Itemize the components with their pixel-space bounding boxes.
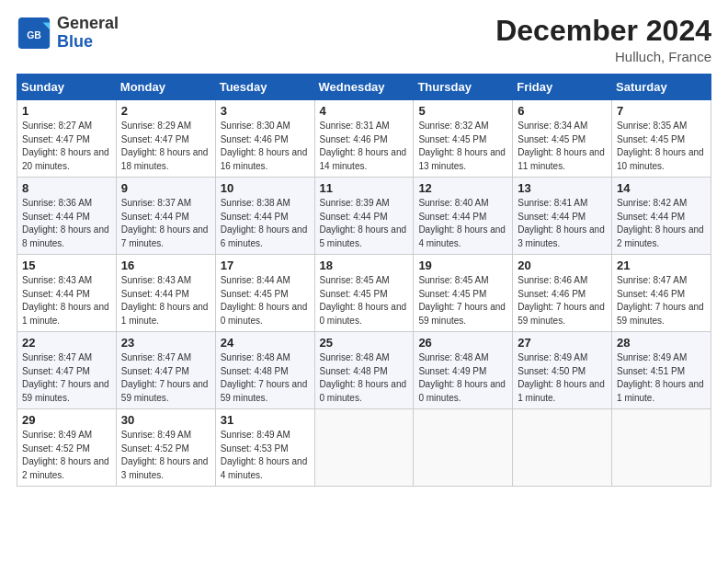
sunset-label: Sunset: 4:44 PM [320,212,388,222]
daylight-label: Daylight: 8 hours and 3 minutes. [518,224,605,248]
day-number: 28 [617,336,706,350]
day-number: 8 [22,181,111,195]
daylight-label: Daylight: 7 hours and 59 minutes. [22,379,109,403]
sunrise-label: Sunrise: 8:48 AM [418,352,488,362]
sunset-label: Sunset: 4:46 PM [221,134,289,144]
location: Hulluch, France [495,49,711,64]
sunset-label: Sunset: 4:45 PM [418,289,486,299]
daylight-label: Daylight: 8 hours and 0 minutes. [320,379,407,403]
day-number: 3 [221,104,310,118]
day-number: 1 [22,104,111,118]
logo-blue: Blue [57,32,93,51]
header-monday: Monday [116,75,215,100]
daylight-label: Daylight: 8 hours and 1 minute. [518,379,605,403]
day-number: 23 [121,336,210,350]
calendar-cell: 3 Sunrise: 8:30 AM Sunset: 4:46 PM Dayli… [215,100,314,178]
header-tuesday: Tuesday [215,75,314,100]
daylight-label: Daylight: 8 hours and 3 minutes. [121,456,209,480]
day-number: 31 [221,413,310,427]
calendar-cell [314,409,414,487]
sunset-label: Sunset: 4:46 PM [617,289,685,299]
calendar-cell: 4 Sunrise: 8:31 AM Sunset: 4:46 PM Dayli… [314,100,414,178]
day-info: Sunrise: 8:38 AM Sunset: 4:44 PM Dayligh… [221,197,310,250]
day-number: 4 [320,104,409,118]
day-info: Sunrise: 8:47 AM Sunset: 4:47 PM Dayligh… [121,351,210,405]
day-number: 19 [418,259,507,272]
calendar-cell: 11 Sunrise: 8:39 AM Sunset: 4:44 PM Dayl… [314,178,414,255]
calendar-cell: 27 Sunrise: 8:49 AM Sunset: 4:50 PM Dayl… [513,332,612,409]
sunrise-label: Sunrise: 8:31 AM [320,121,390,131]
sunrise-label: Sunrise: 8:39 AM [320,198,390,208]
day-info: Sunrise: 8:34 AM Sunset: 4:45 PM Dayligh… [518,120,607,173]
sunset-label: Sunset: 4:53 PM [221,443,289,454]
sunrise-label: Sunrise: 8:48 AM [221,352,290,362]
sunrise-label: Sunrise: 8:35 AM [617,121,687,131]
sunset-label: Sunset: 4:47 PM [22,134,90,144]
calendar-cell: 21 Sunrise: 8:47 AM Sunset: 4:46 PM Dayl… [612,255,711,332]
sunset-label: Sunset: 4:49 PM [418,366,486,376]
day-number: 5 [418,104,507,118]
sunrise-label: Sunrise: 8:34 AM [518,121,587,131]
day-info: Sunrise: 8:45 AM Sunset: 4:45 PM Dayligh… [418,274,507,327]
daylight-label: Daylight: 7 hours and 59 minutes. [418,302,506,326]
day-info: Sunrise: 8:35 AM Sunset: 4:45 PM Dayligh… [617,120,706,173]
day-number: 25 [320,336,409,350]
day-number: 18 [320,259,409,272]
header-thursday: Thursday [414,75,513,100]
day-info: Sunrise: 8:49 AM Sunset: 4:51 PM Dayligh… [617,351,706,405]
calendar-cell: 20 Sunrise: 8:46 AM Sunset: 4:46 PM Dayl… [513,255,612,332]
daylight-label: Daylight: 8 hours and 18 minutes. [121,147,209,171]
day-info: Sunrise: 8:32 AM Sunset: 4:45 PM Dayligh… [418,120,507,173]
day-info: Sunrise: 8:48 AM Sunset: 4:48 PM Dayligh… [221,351,310,405]
day-info: Sunrise: 8:41 AM Sunset: 4:44 PM Dayligh… [518,197,607,250]
day-number: 9 [121,181,210,195]
header: GB General Blue December 2024 Hulluch, F… [17,15,711,64]
calendar-cell: 13 Sunrise: 8:41 AM Sunset: 4:44 PM Dayl… [513,178,612,255]
sunrise-label: Sunrise: 8:43 AM [121,275,191,285]
sunrise-label: Sunrise: 8:48 AM [320,352,390,362]
day-info: Sunrise: 8:43 AM Sunset: 4:44 PM Dayligh… [121,274,210,327]
header-wednesday: Wednesday [314,75,414,100]
daylight-label: Daylight: 8 hours and 11 minutes. [518,147,605,171]
calendar-cell: 25 Sunrise: 8:48 AM Sunset: 4:48 PM Dayl… [314,332,414,409]
sunset-label: Sunset: 4:44 PM [121,212,189,222]
sunrise-label: Sunrise: 8:49 AM [22,430,92,440]
calendar-cell: 14 Sunrise: 8:42 AM Sunset: 4:44 PM Dayl… [612,178,711,255]
day-number: 30 [121,413,210,427]
daylight-label: Daylight: 8 hours and 0 minutes. [320,302,407,326]
sunset-label: Sunset: 4:45 PM [221,289,289,299]
day-number: 21 [617,259,706,272]
daylight-label: Daylight: 8 hours and 1 minute. [617,379,704,403]
daylight-label: Daylight: 8 hours and 13 minutes. [418,147,506,171]
daylight-label: Daylight: 8 hours and 4 minutes. [221,456,308,480]
day-number: 15 [22,259,111,272]
day-info: Sunrise: 8:37 AM Sunset: 4:44 PM Dayligh… [121,197,210,250]
day-info: Sunrise: 8:31 AM Sunset: 4:46 PM Dayligh… [320,120,409,173]
daylight-label: Daylight: 8 hours and 1 minute. [121,302,209,326]
day-info: Sunrise: 8:49 AM Sunset: 4:50 PM Dayligh… [518,351,607,405]
sunset-label: Sunset: 4:44 PM [518,212,586,222]
calendar-week-1: 1 Sunrise: 8:27 AM Sunset: 4:47 PM Dayli… [17,100,711,178]
sunset-label: Sunset: 4:52 PM [121,443,189,454]
calendar-cell [612,409,711,487]
calendar-cell: 10 Sunrise: 8:38 AM Sunset: 4:44 PM Dayl… [215,178,314,255]
calendar-cell: 9 Sunrise: 8:37 AM Sunset: 4:44 PM Dayli… [116,178,215,255]
calendar: Sunday Monday Tuesday Wednesday Thursday… [17,74,711,487]
day-number: 27 [518,336,607,350]
page: GB General Blue December 2024 Hulluch, F… [0,0,728,563]
daylight-label: Daylight: 8 hours and 0 minutes. [221,302,308,326]
sunset-label: Sunset: 4:45 PM [617,134,685,144]
calendar-cell: 22 Sunrise: 8:47 AM Sunset: 4:47 PM Dayl… [17,332,117,409]
title-area: December 2024 Hulluch, France [495,15,711,64]
calendar-cell: 31 Sunrise: 8:49 AM Sunset: 4:53 PM Dayl… [215,409,314,487]
header-sunday: Sunday [17,75,117,100]
sunset-label: Sunset: 4:52 PM [22,443,90,454]
sunrise-label: Sunrise: 8:27 AM [22,121,92,131]
day-number: 26 [418,336,507,350]
sunrise-label: Sunrise: 8:49 AM [617,352,687,362]
sunrise-label: Sunrise: 8:36 AM [22,198,92,208]
day-info: Sunrise: 8:49 AM Sunset: 4:52 PM Dayligh… [22,429,111,482]
calendar-cell: 30 Sunrise: 8:49 AM Sunset: 4:52 PM Dayl… [116,409,215,487]
sunset-label: Sunset: 4:44 PM [121,289,189,299]
day-info: Sunrise: 8:29 AM Sunset: 4:47 PM Dayligh… [121,120,210,173]
